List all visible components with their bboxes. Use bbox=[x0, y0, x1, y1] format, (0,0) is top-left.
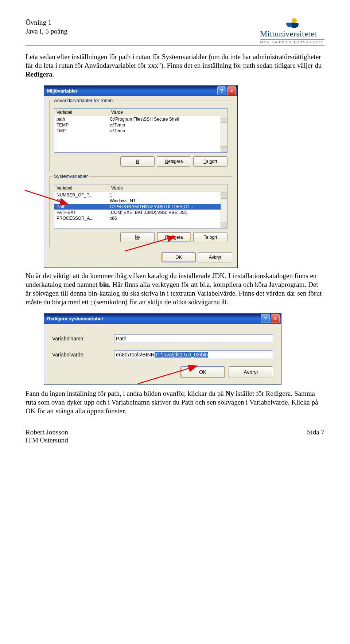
sys-delete-button[interactable]: Ta bort bbox=[193, 232, 228, 242]
ok-button[interactable]: OK bbox=[162, 252, 196, 262]
logo-text: Mittuniversitetet bbox=[260, 29, 317, 39]
user-vars-list[interactable]: Variabel Värde pathC:\Program Files\SSH … bbox=[54, 108, 228, 153]
sys-edit-button[interactable]: Redigera bbox=[157, 232, 191, 242]
close-icon[interactable]: × bbox=[271, 314, 280, 323]
table-row[interactable]: TMPc:\Temp bbox=[54, 128, 227, 134]
dialog-titlebar: Miljövariabler ? × bbox=[44, 85, 237, 96]
paragraph-3: Fann du ingen inställning för path, i an… bbox=[26, 389, 324, 415]
table-row[interactable]: PROCESSOR_A...x86 bbox=[54, 215, 227, 221]
cancel-button[interactable]: Avbryt bbox=[198, 252, 232, 262]
col-value[interactable]: Värde bbox=[109, 109, 227, 116]
university-logo: Mittuniversitetet MID SWEDEN UNIVERSITY bbox=[260, 18, 325, 44]
label-variable-value: Variabelvärde: bbox=[52, 352, 114, 358]
sys-new-button[interactable]: Ny bbox=[120, 232, 155, 242]
col-value[interactable]: Värde bbox=[109, 184, 227, 192]
table-row[interactable]: OSWindows_NT bbox=[54, 198, 227, 204]
scrollbar[interactable] bbox=[221, 117, 227, 152]
table-row[interactable]: pathC:\Program Files\SSH Secure Shell bbox=[54, 116, 227, 122]
table-row[interactable]: TEMPc:\Temp bbox=[54, 122, 227, 128]
help-icon[interactable]: ? bbox=[217, 86, 226, 95]
edit-sysvar-dialog: Redigera systemvariabel ? × Variabelnamn… bbox=[44, 313, 281, 385]
close-icon[interactable]: × bbox=[227, 86, 236, 95]
header-line-2: Java I, 5 poäng bbox=[26, 27, 67, 36]
list-header: Variabel Värde bbox=[54, 184, 227, 192]
dialog-titlebar: Redigera systemvariabel ? × bbox=[44, 313, 281, 324]
scrollbar[interactable] bbox=[221, 192, 227, 228]
footer-author: Robert Jonsson bbox=[26, 428, 68, 436]
ok-button[interactable]: OK bbox=[180, 366, 225, 378]
header-line-1: Övning 1 bbox=[26, 18, 67, 27]
system-vars-title: Systemvariabler bbox=[52, 173, 89, 179]
input-variable-value[interactable]: er\80\Tools\BINN;C:\java\jdk1.5.0_03\bin bbox=[114, 350, 273, 359]
list-header: Variabel Värde bbox=[54, 109, 227, 116]
table-row[interactable]: NUMBER_OF_P...1 bbox=[54, 192, 227, 198]
user-delete-button[interactable]: Ta bort bbox=[193, 156, 228, 167]
system-vars-list[interactable]: Variabel Värde NUMBER_OF_P...1OSWindows_… bbox=[54, 184, 228, 229]
paragraph-1: Leta sedan efter inställningen för path … bbox=[26, 52, 324, 78]
user-edit-button[interactable]: Redigera bbox=[157, 156, 191, 167]
col-variable[interactable]: Variabel bbox=[54, 184, 109, 192]
footer-org: ITM Östersund bbox=[26, 436, 68, 444]
page-header: Övning 1 Java I, 5 poäng Mittuniversitet… bbox=[26, 18, 324, 46]
logo-icon bbox=[286, 18, 299, 28]
label-variable-name: Variabelnamn: bbox=[52, 336, 114, 341]
footer-page: Sida 7 bbox=[307, 428, 324, 444]
logo-subtext: MID SWEDEN UNIVERSITY bbox=[260, 39, 325, 44]
col-variable[interactable]: Variabel bbox=[54, 109, 109, 116]
paragraph-2: Nu är det viktigt att du kommer ihåg vil… bbox=[26, 272, 324, 306]
system-vars-group: Systemvariabler Variabel Värde NUMBER_OF… bbox=[49, 176, 232, 247]
table-row[interactable]: PATHEXT.COM;.EXE;.BAT;.CMD;.VBS;.VBE;.JS… bbox=[54, 210, 227, 215]
user-vars-group: Användarvariabler för roberi Variabel Vä… bbox=[49, 101, 232, 171]
table-row[interactable]: PathC:\PROGRAM\THINKPAD\UTILITIES;C:\... bbox=[54, 204, 227, 210]
dialog-title: Redigera systemvariabel bbox=[47, 316, 103, 321]
cancel-button[interactable]: Avbryt bbox=[229, 366, 273, 378]
input-variable-name[interactable]: Path bbox=[114, 334, 273, 343]
env-vars-dialog: Miljövariabler ? × Användarvariabler för… bbox=[44, 85, 238, 268]
user-new-button[interactable]: N bbox=[120, 156, 155, 167]
help-icon[interactable]: ? bbox=[261, 314, 270, 323]
user-vars-title: Användarvariabler för roberi bbox=[52, 98, 114, 103]
dialog-title: Miljövariabler bbox=[47, 88, 78, 94]
page-footer: Robert Jonsson ITM Östersund Sida 7 bbox=[26, 426, 324, 444]
